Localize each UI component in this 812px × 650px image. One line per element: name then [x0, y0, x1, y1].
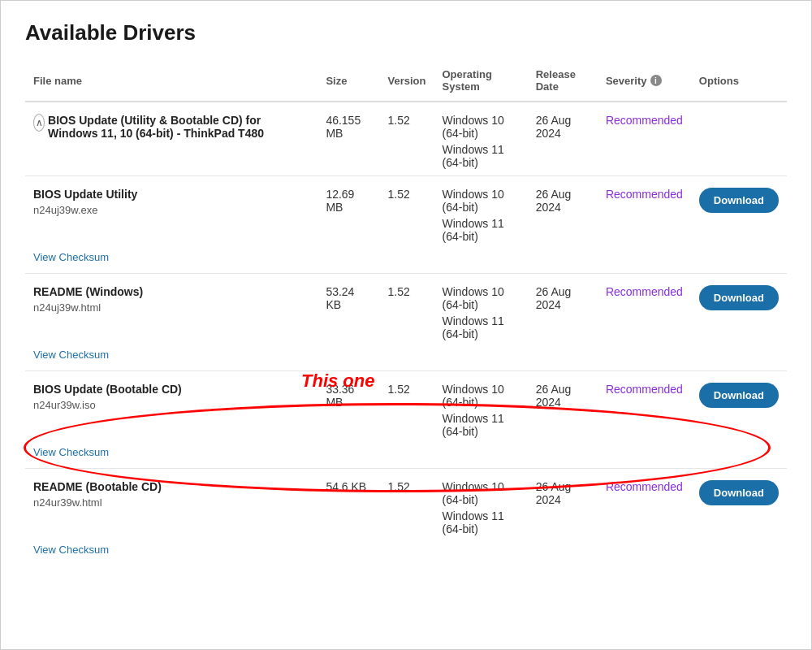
file-size: 46.155 MB	[317, 102, 379, 176]
options-cell	[691, 102, 787, 176]
col-header-os: Operating System	[434, 62, 528, 102]
page-title: Available Drivers	[25, 20, 787, 46]
filename-primary: README (Windows)	[33, 285, 309, 298]
download-button[interactable]: Download	[699, 480, 779, 505]
page-container: Available Drivers File name Size Version…	[0, 0, 812, 650]
file-version: 1.52	[380, 469, 434, 543]
release-date: 26 Aug 2024	[528, 102, 598, 176]
filename-primary: BIOS Update (Bootable CD)	[33, 383, 309, 396]
collapse-icon[interactable]: ∧	[33, 114, 45, 132]
file-version: 1.52	[380, 102, 434, 176]
table-row: README (Bootable CD)n24ur39w.html54.6 KB…	[25, 469, 787, 543]
checksum-row: View Checksum	[25, 444, 787, 469]
file-os: Windows 10 (64-bit)Windows 11 (64-bit)	[434, 371, 528, 445]
download-button[interactable]: Download	[699, 285, 779, 310]
table-row: ∧BIOS Update (Utility & Bootable CD) for…	[25, 102, 787, 176]
checksum-row: View Checksum	[25, 542, 787, 566]
severity-badge: Recommended	[598, 102, 691, 176]
release-date: 26 Aug 2024	[528, 274, 598, 348]
options-cell: Download	[691, 176, 787, 250]
col-header-version: Version	[380, 62, 434, 102]
table-row: BIOS Update (Bootable CD)n24ur39w.iso33.…	[25, 371, 787, 445]
file-os: Windows 10 (64-bit)Windows 11 (64-bit)	[434, 176, 528, 250]
filename-primary: BIOS Update (Utility & Bootable CD) for …	[48, 114, 309, 140]
release-date: 26 Aug 2024	[528, 469, 598, 543]
filename-secondary: n24uj39w.exe	[33, 204, 309, 216]
checksum-row: View Checksum	[25, 347, 787, 371]
severity-badge: Recommended	[598, 176, 691, 250]
view-checksum-link[interactable]: View Checksum	[25, 444, 787, 469]
col-header-severity: Severity i	[598, 62, 691, 102]
download-button[interactable]: Download	[699, 188, 779, 213]
file-os: Windows 10 (64-bit)Windows 11 (64-bit)	[434, 274, 528, 348]
release-date: 26 Aug 2024	[528, 371, 598, 445]
filename-secondary: n24ur39w.iso	[33, 399, 309, 411]
table-row: README (Windows)n24uj39w.html53.24 KB1.5…	[25, 274, 787, 348]
col-header-size: Size	[317, 62, 379, 102]
view-checksum-link[interactable]: View Checksum	[25, 249, 787, 274]
view-checksum-link[interactable]: View Checksum	[25, 347, 787, 371]
filename-primary: BIOS Update Utility	[33, 188, 309, 201]
options-cell: Download	[691, 371, 787, 445]
file-version: 1.52	[380, 371, 434, 445]
file-version: 1.52	[380, 176, 434, 250]
options-cell: Download	[691, 469, 787, 543]
filename-primary: README (Bootable CD)	[33, 480, 309, 493]
file-version: 1.52	[380, 274, 434, 348]
file-size: 12.69 MB	[317, 176, 379, 250]
col-header-options: Options	[691, 62, 787, 102]
severity-badge: Recommended	[598, 371, 691, 445]
severity-badge: Recommended	[598, 469, 691, 543]
severity-info-icon[interactable]: i	[650, 75, 662, 86]
file-os: Windows 10 (64-bit)Windows 11 (64-bit)	[434, 102, 528, 176]
filename-secondary: n24uj39w.html	[33, 301, 309, 314]
release-date: 26 Aug 2024	[528, 176, 598, 250]
file-size: 54.6 KB	[317, 469, 379, 543]
file-os: Windows 10 (64-bit)Windows 11 (64-bit)	[434, 469, 528, 543]
file-size: 33.36 MB	[317, 371, 379, 445]
options-cell: Download	[691, 274, 787, 348]
col-header-releasedate: Release Date	[528, 62, 598, 102]
file-size: 53.24 KB	[317, 274, 379, 348]
col-header-filename: File name	[25, 62, 317, 102]
table-row: BIOS Update Utilityn24uj39w.exe12.69 MB1…	[25, 176, 787, 250]
download-button[interactable]: Download	[699, 383, 779, 408]
view-checksum-link[interactable]: View Checksum	[25, 542, 787, 566]
severity-badge: Recommended	[598, 274, 691, 348]
drivers-table: File name Size Version Operating System …	[25, 62, 787, 566]
checksum-row: View Checksum	[25, 249, 787, 274]
filename-secondary: n24ur39w.html	[33, 496, 309, 509]
